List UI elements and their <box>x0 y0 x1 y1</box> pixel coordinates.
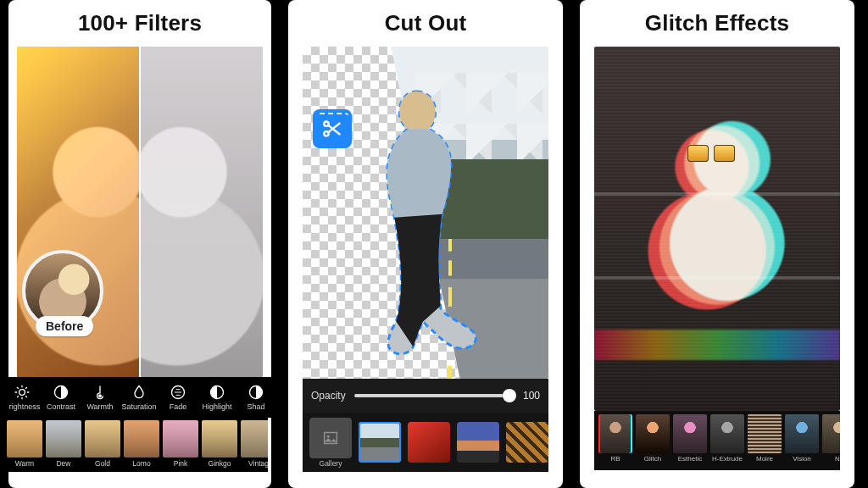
compare-right <box>140 47 263 377</box>
svg-point-2 <box>98 394 102 397</box>
thumb-label: Gold <box>95 459 110 468</box>
adjust-label: Highlight <box>202 402 231 411</box>
svg-point-8 <box>327 435 330 437</box>
thumb-image <box>636 414 670 453</box>
effect-rb[interactable]: RB <box>598 414 633 463</box>
cutout-subject[interactable] <box>357 86 485 358</box>
adjust-warmth[interactable]: Warmth <box>78 384 122 411</box>
compare-divider[interactable] <box>139 47 141 377</box>
adjust-label: Saturation <box>121 402 156 411</box>
filter-thumb-gold[interactable]: Gold <box>83 420 122 471</box>
cutout-dash-icon <box>316 113 348 123</box>
highlight-icon <box>209 384 225 401</box>
adjust-label: Shad <box>247 402 264 411</box>
filter-compare-stage[interactable]: Before <box>17 47 263 377</box>
adjust-highlight[interactable]: Highlight <box>195 384 239 411</box>
thumb-image <box>748 414 782 453</box>
thumb-image <box>408 422 450 463</box>
filter-thumb-warm[interactable]: Warm <box>5 420 44 471</box>
thumb-label: Dew <box>56 459 70 468</box>
svg-point-0 <box>19 390 25 396</box>
thumb-image <box>598 414 632 453</box>
fade-icon <box>170 384 186 401</box>
effect-h-extrude[interactable]: H-Extrude <box>709 414 745 463</box>
opacity-label: Opacity <box>311 390 346 402</box>
thumb-image <box>673 414 707 453</box>
thumb-label: H-Extrude <box>712 455 743 463</box>
adjust-saturation[interactable]: Saturation <box>117 384 161 411</box>
gallery-open-button[interactable]: Gallery <box>309 418 352 468</box>
effect-moire[interactable]: Moire <box>747 414 782 463</box>
thumb-image <box>710 414 744 453</box>
panel-glitch: Glitch Effects RB Glitch Esthetic H-Extr… <box>580 0 854 488</box>
bg-thumb-red[interactable] <box>408 422 450 463</box>
filter-thumb-lomo[interactable]: Lomo <box>122 420 161 471</box>
adjust-label: Contrast <box>47 402 75 411</box>
thumb-label: Lomo <box>132 459 150 468</box>
panel-cutout: Cut Out <box>288 0 563 488</box>
adjust-shadows[interactable]: Shad <box>234 384 271 411</box>
thumb-label: Warm <box>15 459 34 468</box>
panel-filters: 100+ Filters Before Brightness Contrast … <box>8 0 271 488</box>
adjust-contrast[interactable]: Contrast <box>39 384 83 411</box>
warmth-icon <box>92 384 108 401</box>
svg-point-7 <box>324 131 328 136</box>
effect-vision[interactable]: Vision <box>784 414 820 463</box>
thumb-image <box>241 420 268 458</box>
opacity-slider[interactable] <box>354 394 515 397</box>
bg-thumb-sunset[interactable] <box>457 422 499 463</box>
cutout-outline <box>357 86 485 358</box>
thumb-label: Esthetic <box>678 455 702 463</box>
saturation-icon <box>131 384 147 401</box>
bg-thumb-tiger[interactable] <box>506 422 548 463</box>
opacity-control: Opacity 100 <box>303 379 548 413</box>
filter-thumb-strip[interactable]: Warm Dew Gold Lomo Pink Ginkgo Vintag <box>5 418 268 472</box>
brightness-icon <box>14 384 31 401</box>
adjust-fade[interactable]: Fade <box>156 384 200 411</box>
thumb-image <box>163 420 198 458</box>
thumb-label: Pink <box>174 459 188 468</box>
glitch-effect-strip[interactable]: RB Glitch Esthetic H-Extrude Moire Visio… <box>594 411 840 470</box>
adjust-label: Fade <box>170 402 187 411</box>
panel-title: 100+ Filters <box>78 10 202 36</box>
effect-glitch[interactable]: Glitch <box>635 414 670 463</box>
thumb-image <box>457 422 499 463</box>
background-gallery[interactable]: Gallery <box>303 413 548 472</box>
adjust-label: Brightness <box>8 402 40 411</box>
effect-esthetic[interactable]: Esthetic <box>672 414 708 463</box>
before-label: Before <box>36 316 93 336</box>
thumb-label: Ginkgo <box>209 459 231 468</box>
thumb-image <box>7 420 42 458</box>
filter-thumb-pink[interactable]: Pink <box>161 420 200 471</box>
filter-thumb-vintage[interactable]: Vintag <box>239 420 268 471</box>
slider-knob[interactable] <box>503 389 516 402</box>
thumb-image <box>46 420 81 458</box>
thumb-label: Vision <box>793 455 811 463</box>
thumb-label: Moire <box>756 455 773 463</box>
glitch-preview[interactable] <box>594 47 840 411</box>
thumb-image <box>785 414 819 453</box>
adjust-tool-row: Brightness Contrast Warmth Saturation Fa… <box>8 377 271 418</box>
adjust-label: Warmth <box>86 402 113 411</box>
cutout-stage[interactable] <box>303 47 548 379</box>
filter-thumb-ginkgo[interactable]: Ginkgo <box>200 420 239 471</box>
cutout-tool-button[interactable] <box>313 109 352 148</box>
thumb-label: RB <box>610 455 620 463</box>
thumb-image <box>85 420 120 458</box>
panel-title: Cut Out <box>385 10 467 36</box>
bg-thumb-road[interactable] <box>359 422 401 463</box>
filter-thumb-dew[interactable]: Dew <box>44 420 83 471</box>
thumb-label: Glitch <box>644 455 661 463</box>
shadows-icon <box>248 384 264 401</box>
glitch-scanlines <box>594 47 840 411</box>
opacity-value: 100 <box>523 390 540 402</box>
thumb-label: Ne <box>835 455 840 463</box>
thumb-image <box>359 422 401 463</box>
gallery-label: Gallery <box>320 459 342 468</box>
gallery-icon <box>309 418 352 458</box>
promo-canvas: 100+ Filters Before Brightness Contrast … <box>0 0 868 488</box>
panel-title: Glitch Effects <box>645 10 789 36</box>
effect-ne[interactable]: Ne <box>821 414 840 463</box>
photo-alt-filter <box>140 47 263 377</box>
contrast-icon <box>53 384 70 401</box>
